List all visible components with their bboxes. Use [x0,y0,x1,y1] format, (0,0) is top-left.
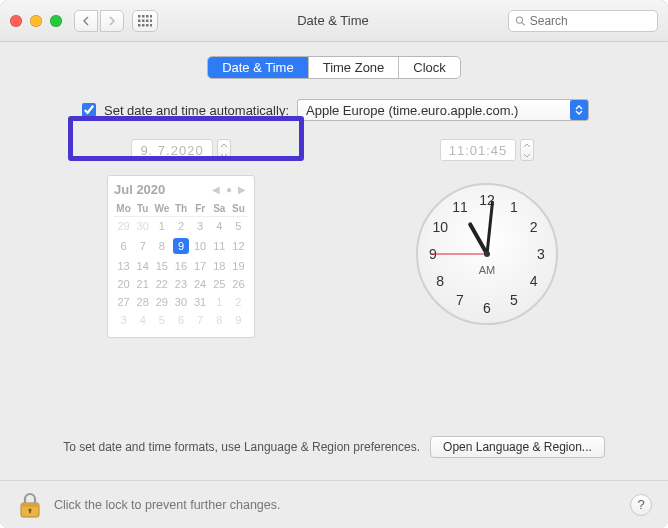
calendar-day[interactable]: 22 [152,275,171,293]
search-field[interactable] [508,10,658,32]
svg-text:2: 2 [530,219,538,235]
search-input[interactable] [530,14,651,28]
calendar-day[interactable]: 31 [191,293,210,311]
date-input[interactable]: 9. 7.2020 [131,139,212,161]
svg-rect-2 [146,15,149,18]
tab-clock[interactable]: Clock [399,57,460,78]
lock-hint-label: Click the lock to prevent further change… [54,498,281,512]
svg-rect-0 [138,15,141,18]
calendar-day[interactable]: 29 [114,217,133,236]
svg-point-12 [516,16,522,22]
calendar-day[interactable]: 5 [152,311,171,329]
calendar-day[interactable]: 16 [171,257,190,275]
calendar-day[interactable]: 30 [133,217,152,236]
svg-rect-4 [138,19,141,22]
calendar-day[interactable]: 13 [114,257,133,275]
calendar-day[interactable]: 9 [229,311,248,329]
svg-rect-9 [142,24,145,27]
svg-text:1: 1 [510,199,518,215]
calendar-day[interactable]: 19 [229,257,248,275]
calendar-day[interactable]: 2 [229,293,248,311]
auto-datetime-checkbox[interactable] [82,103,96,117]
svg-text:8: 8 [436,273,444,289]
calendar-day[interactable]: 14 [133,257,152,275]
time-server-select[interactable]: Apple Europe (time.euro.apple.com.) [297,99,589,121]
svg-text:7: 7 [456,292,464,308]
svg-rect-8 [138,24,141,27]
calendar-day[interactable]: 29 [152,293,171,311]
calendar-day[interactable]: 20 [114,275,133,293]
tab-time-zone[interactable]: Time Zone [309,57,400,78]
analog-clock: 123456789101112 AM [412,179,562,329]
calendar-day[interactable]: 26 [229,275,248,293]
calendar-day[interactable]: 1 [152,217,171,236]
svg-rect-32 [21,503,39,507]
window-controls [10,15,62,27]
calendar-day[interactable]: 2 [171,217,190,236]
calendar-day[interactable]: 9 [171,235,190,257]
lock-icon[interactable] [16,490,44,520]
calendar-day[interactable]: 12 [229,235,248,257]
calendar-day[interactable]: 28 [133,293,152,311]
calendar-day[interactable]: 30 [171,293,190,311]
open-language-region-button[interactable]: Open Language & Region... [430,436,605,458]
calendar-day[interactable]: 6 [171,311,190,329]
calendar-day[interactable]: 15 [152,257,171,275]
format-hint-label: To set date and time formats, use Langua… [63,440,420,454]
calendar-day[interactable]: 8 [210,311,229,329]
calendar-day[interactable]: 5 [229,217,248,236]
svg-rect-6 [146,19,149,22]
calendar-day[interactable]: 7 [191,311,210,329]
calendar-day[interactable]: 18 [210,257,229,275]
svg-text:11: 11 [452,199,468,215]
svg-text:4: 4 [530,273,538,289]
close-icon[interactable] [10,15,22,27]
window-title: Date & Time [158,13,508,28]
calendar-day[interactable]: 21 [133,275,152,293]
calendar-prev-icon[interactable]: ◀ [210,184,222,195]
calendar-day[interactable]: 10 [191,235,210,257]
svg-rect-3 [150,15,152,18]
calendar-day[interactable]: 23 [171,275,190,293]
calendar-day[interactable]: 11 [210,235,229,257]
time-server-value: Apple Europe (time.euro.apple.com.) [306,103,518,118]
calendar-day[interactable]: 17 [191,257,210,275]
show-all-button[interactable] [132,10,158,32]
calendar-day[interactable]: 1 [210,293,229,311]
forward-button[interactable] [100,10,124,32]
calendar-day[interactable]: 8 [152,235,171,257]
calendar-day[interactable]: 4 [133,311,152,329]
svg-text:10: 10 [432,219,448,235]
time-input[interactable]: 11:01:45 [440,139,517,161]
zoom-icon[interactable] [50,15,62,27]
calendar[interactable]: Jul 2020 ◀ ● ▶ MoTuWeThFrSaSu 2930123456… [107,175,255,338]
calendar-day[interactable]: 4 [210,217,229,236]
back-button[interactable] [74,10,98,32]
chevron-down-icon [521,150,533,160]
svg-text:3: 3 [537,246,545,262]
svg-rect-34 [29,510,31,513]
calendar-today-icon[interactable]: ● [224,184,234,195]
calendar-day[interactable]: 6 [114,235,133,257]
calendar-day[interactable]: 7 [133,235,152,257]
auto-datetime-label: Set date and time automatically: [104,103,289,118]
calendar-day[interactable]: 27 [114,293,133,311]
time-stepper[interactable] [520,139,534,161]
svg-rect-7 [150,19,152,22]
chevron-down-icon [218,150,230,160]
calendar-day[interactable]: 3 [191,217,210,236]
chevron-up-icon [521,140,533,150]
chevron-up-down-icon [570,100,588,120]
svg-text:5: 5 [510,292,518,308]
minimize-icon[interactable] [30,15,42,27]
calendar-day[interactable]: 24 [191,275,210,293]
help-button[interactable]: ? [630,494,652,516]
calendar-day[interactable]: 3 [114,311,133,329]
calendar-next-icon[interactable]: ▶ [236,184,248,195]
date-stepper[interactable] [217,139,231,161]
tab-date-time[interactable]: Date & Time [208,57,309,78]
chevron-up-icon [218,140,230,150]
tab-bar: Date & Time Time Zone Clock [18,56,650,79]
calendar-day[interactable]: 25 [210,275,229,293]
svg-line-13 [522,22,525,25]
